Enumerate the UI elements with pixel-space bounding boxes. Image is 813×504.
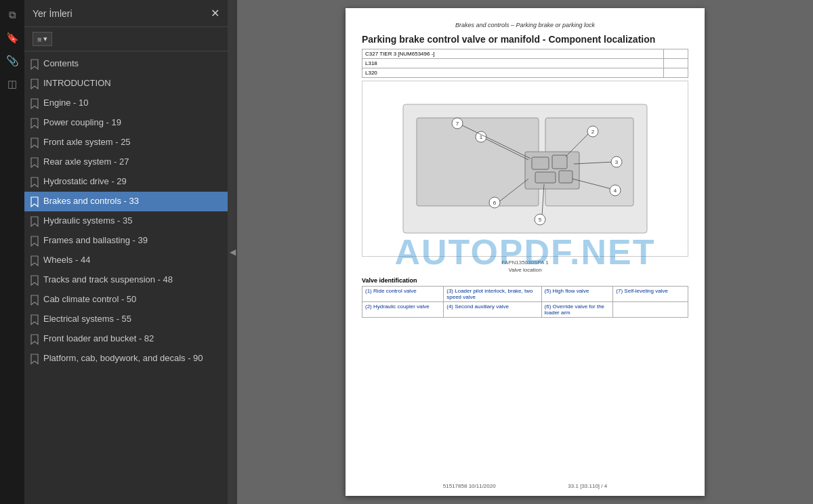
item-label: Power coupling - 19 bbox=[43, 117, 221, 129]
item-label: Hydrostatic drive - 29 bbox=[43, 176, 221, 188]
svg-rect-6 bbox=[535, 172, 556, 183]
item-label: Front loader and bucket - 82 bbox=[43, 333, 221, 345]
bookmark-icon bbox=[30, 354, 39, 364]
collapse-handle[interactable]: ◀ bbox=[228, 0, 237, 504]
bookmark-icon bbox=[30, 98, 39, 109]
toolbar-menu-button[interactable]: ≡ ▾ bbox=[33, 32, 52, 46]
list-item[interactable]: Hydraulic systems - 35 bbox=[24, 211, 228, 231]
diagram-svg: 1 2 3 4 5 bbox=[362, 81, 688, 256]
valve-table: (1) Ride control valve (3) Loader pilot … bbox=[362, 286, 688, 318]
item-label: INTRODUCTION bbox=[43, 78, 221, 89]
list-item[interactable]: Platform, cab, bodywork, and decals - 90 bbox=[24, 349, 228, 369]
bookmark-icon bbox=[30, 157, 39, 168]
list-item[interactable]: Tracks and track suspension - 48 bbox=[24, 270, 228, 290]
diagram-ref: FAPN135030SPA 1 bbox=[362, 259, 688, 266]
item-label: Engine - 10 bbox=[43, 98, 221, 109]
page-header: Brakes and controls – Parking brake or p… bbox=[362, 22, 688, 28]
footer-right: 33.1 [33.110] / 4 bbox=[568, 483, 607, 489]
svg-text:3: 3 bbox=[615, 159, 619, 165]
stack-icon[interactable]: ◫ bbox=[3, 75, 22, 93]
list-item[interactable]: Engine - 10 bbox=[24, 93, 228, 113]
valve-cell: (1) Ride control valve bbox=[362, 287, 444, 302]
svg-text:7: 7 bbox=[456, 121, 459, 127]
list-item[interactable]: Front axle system - 25 bbox=[24, 133, 228, 152]
sidebar-title: Yer İmleri bbox=[33, 8, 72, 19]
svg-rect-5 bbox=[552, 155, 567, 169]
bookmark-icon bbox=[30, 59, 39, 70]
list-item[interactable]: Wheels - 44 bbox=[24, 251, 228, 270]
bookmark-icon bbox=[30, 118, 39, 129]
list-item[interactable]: Cab climate control - 50 bbox=[24, 290, 228, 310]
bookmark-icon bbox=[30, 216, 39, 227]
svg-rect-1 bbox=[417, 118, 539, 206]
bookmark-icon bbox=[30, 255, 39, 266]
list-item[interactable]: Frames and ballasting - 39 bbox=[24, 231, 228, 251]
valve-cell: (6) Override valve for the loader arm bbox=[541, 302, 613, 318]
model-cell: C327 TIER 3 [NUM653496 -] bbox=[362, 49, 664, 59]
model-cell bbox=[664, 68, 688, 78]
sidebar-toolbar: ≡ ▾ bbox=[24, 27, 228, 51]
svg-text:5: 5 bbox=[539, 217, 542, 223]
item-label: Cab climate control - 50 bbox=[43, 294, 221, 306]
model-table: C327 TIER 3 [NUM653496 -] L318 L320 bbox=[362, 49, 688, 78]
list-item[interactable]: Front loader and bucket - 82 bbox=[24, 329, 228, 349]
item-label: Front axle system - 25 bbox=[43, 137, 221, 148]
bookmark-icon bbox=[30, 138, 39, 148]
item-label: Platform, cab, bodywork, and decals - 90 bbox=[43, 353, 221, 364]
list-item-active[interactable]: Brakes and controls - 33 bbox=[24, 192, 228, 211]
icon-rail: ⧉ 🔖 📎 ◫ bbox=[0, 0, 24, 504]
svg-text:2: 2 bbox=[591, 129, 595, 135]
footer-left: 51517858 10/11/2020 bbox=[443, 483, 496, 489]
bookmark-icon bbox=[30, 295, 39, 306]
item-label: Hydraulic systems - 35 bbox=[43, 215, 221, 227]
bookmark-icon bbox=[30, 79, 39, 89]
item-label: Brakes and controls - 33 bbox=[43, 196, 221, 207]
bookmark-icon bbox=[30, 314, 39, 325]
valve-cell: (5) High flow valve bbox=[541, 287, 613, 302]
valve-cell: (4) Second auxiliary valve bbox=[444, 302, 541, 318]
valve-cell bbox=[613, 302, 688, 318]
svg-rect-7 bbox=[559, 171, 572, 183]
menu-icon: ≡ bbox=[37, 35, 41, 43]
valve-id-title: Valve identification bbox=[362, 277, 688, 284]
item-label: Electrical systems - 55 bbox=[43, 314, 221, 325]
diagram-area: 1 2 3 4 5 bbox=[362, 81, 688, 257]
page-area: AUTOPDF.NET Brakes and controls – Parkin… bbox=[237, 0, 813, 504]
sidebar: Yer İmleri ✕ ≡ ▾ Contents INTRODUCTION E… bbox=[24, 0, 228, 504]
paperclip-icon[interactable]: 📎 bbox=[3, 51, 22, 70]
list-item[interactable]: Hydrostatic drive - 29 bbox=[24, 172, 228, 192]
list-item[interactable]: Power coupling - 19 bbox=[24, 113, 228, 133]
pdf-page: AUTOPDF.NET Brakes and controls – Parkin… bbox=[346, 8, 705, 496]
dropdown-icon: ▾ bbox=[43, 35, 47, 43]
sidebar-list[interactable]: Contents INTRODUCTION Engine - 10 Power … bbox=[24, 51, 228, 504]
item-label: Tracks and track suspension - 48 bbox=[43, 274, 221, 286]
svg-text:6: 6 bbox=[493, 200, 497, 206]
item-label: Rear axle system - 27 bbox=[43, 156, 221, 168]
bookmark-icon bbox=[30, 196, 39, 207]
layers-icon[interactable]: ⧉ bbox=[3, 5, 22, 24]
bookmark-icon bbox=[30, 275, 39, 286]
main-content: AUTOPDF.NET Brakes and controls – Parkin… bbox=[237, 0, 813, 504]
bookmark-rail-icon[interactable]: 🔖 bbox=[3, 28, 22, 47]
valve-cell: (3) Loader pilot interlock, brake, two s… bbox=[444, 287, 541, 302]
list-item[interactable]: Electrical systems - 55 bbox=[24, 310, 228, 329]
list-item[interactable]: Rear axle system - 27 bbox=[24, 152, 228, 172]
model-cell: L320 bbox=[362, 68, 664, 78]
valve-cell: (7) Self-leveling valve bbox=[613, 287, 688, 302]
close-button[interactable]: ✕ bbox=[211, 8, 220, 19]
svg-text:4: 4 bbox=[614, 188, 617, 194]
item-label: Contents bbox=[43, 58, 221, 70]
list-item[interactable]: INTRODUCTION bbox=[24, 74, 228, 93]
bookmark-icon bbox=[30, 236, 39, 247]
diagram-caption: Valve location bbox=[362, 267, 688, 273]
bookmark-icon bbox=[30, 334, 39, 345]
model-cell: L318 bbox=[362, 59, 664, 68]
page-footer: 51517858 10/11/2020 33.1 [33.110] / 4 bbox=[362, 483, 688, 489]
model-cell bbox=[664, 59, 688, 68]
list-item[interactable]: Contents bbox=[24, 54, 228, 74]
bookmark-icon bbox=[30, 177, 39, 188]
page-title: Parking brake control valve or manifold … bbox=[362, 34, 688, 45]
item-label: Wheels - 44 bbox=[43, 255, 221, 266]
svg-rect-4 bbox=[532, 157, 549, 169]
chevron-left-icon: ◀ bbox=[230, 247, 236, 257]
